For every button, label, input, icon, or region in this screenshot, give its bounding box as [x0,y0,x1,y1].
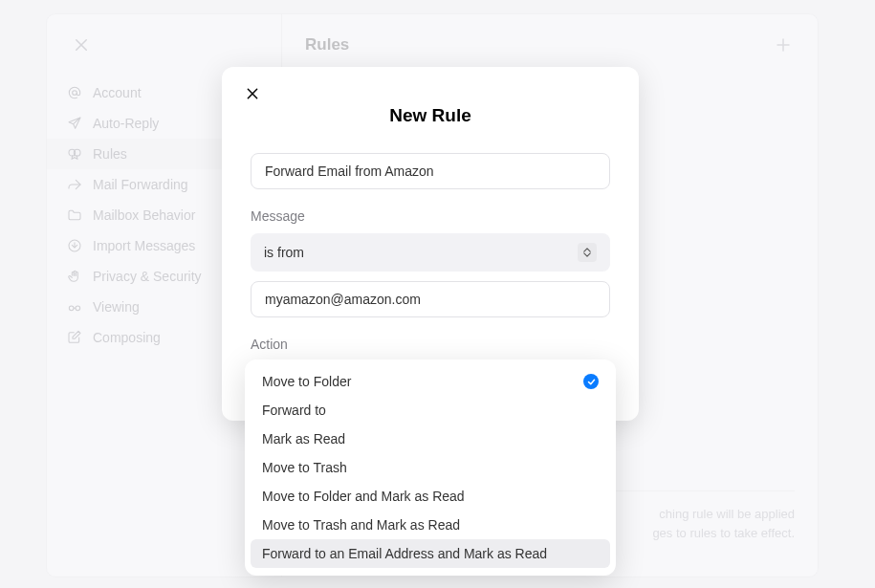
action-section-label: Action [251,337,610,352]
action-option[interactable]: Forward to [251,396,610,425]
close-icon[interactable] [241,82,264,105]
rule-name-input[interactable] [251,153,610,189]
modal-title: New Rule [251,105,610,126]
action-option[interactable]: Move to Trash [251,453,610,482]
action-option[interactable]: Mark as Read [251,425,610,453]
action-option-label: Move to Trash and Mark as Read [262,517,460,533]
message-condition-value: is from [264,245,304,260]
action-option-label: Move to Trash [262,460,347,475]
action-option[interactable]: Move to Trash and Mark as Read [251,511,610,539]
action-option-label: Forward to an Email Address and Mark as … [262,546,547,561]
stepper-icon [578,243,597,262]
message-section-label: Message [251,208,610,224]
action-option-label: Move to Folder and Mark as Read [262,489,465,504]
action-option[interactable]: Move to Folder and Mark as Read [251,482,610,511]
message-value-input[interactable] [251,281,610,317]
action-dropdown: Move to FolderForward toMark as ReadMove… [245,359,616,576]
message-condition-select[interactable]: is from [251,233,610,272]
action-option-label: Mark as Read [262,431,345,446]
checkmark-icon [583,374,599,389]
action-option[interactable]: Forward to an Email Address and Mark as … [251,539,610,568]
action-option-label: Move to Folder [262,374,351,389]
action-option-label: Forward to [262,403,326,418]
action-option[interactable]: Move to Folder [251,367,610,396]
